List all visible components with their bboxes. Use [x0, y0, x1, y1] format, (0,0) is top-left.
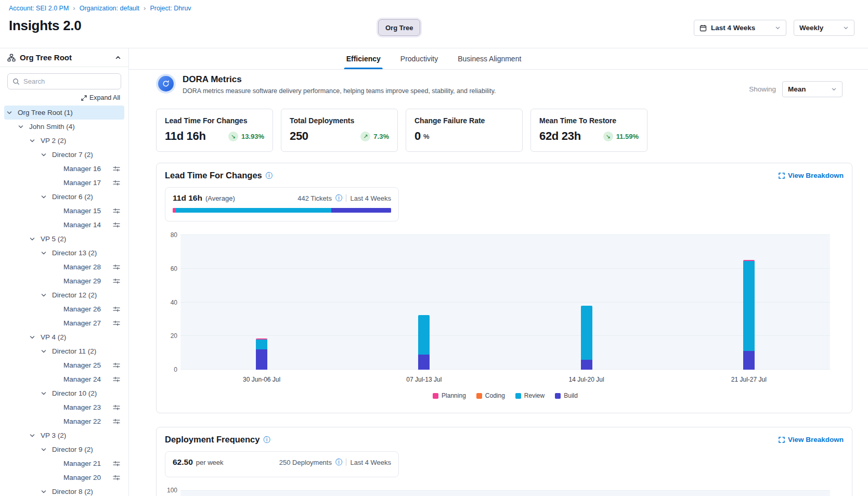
- tree-item-org-tree-root-1[interactable]: Org Tree Root (1): [4, 106, 124, 120]
- bar-segment-build: [743, 351, 755, 370]
- org-tree[interactable]: Org Tree Root (1)John Smith (4)VP 2 (2)D…: [0, 105, 128, 496]
- chevron-down-icon[interactable]: [29, 138, 41, 144]
- legend-item-build[interactable]: Build: [555, 392, 578, 399]
- chevron-down-icon[interactable]: [41, 390, 52, 397]
- metric-cards: Lead Time For Changes11d 16h↘13.93%Total…: [156, 109, 647, 152]
- metric-delta: ↘13.93%: [228, 132, 264, 141]
- tree-item-manager-21[interactable]: Manager 21: [4, 456, 124, 471]
- tree-item-manager-27[interactable]: Manager 27: [4, 316, 124, 330]
- y-axis-tick-label: 80: [165, 231, 177, 239]
- tree-item-john-smith-4[interactable]: John Smith (4): [4, 120, 124, 134]
- breadcrumb-item-organization[interactable]: Organization: default: [80, 5, 139, 12]
- chevron-down-icon[interactable]: [41, 292, 52, 298]
- tree-item-manager-28[interactable]: Manager 28: [4, 260, 124, 274]
- chevron-down-icon[interactable]: [6, 110, 18, 116]
- expand-all-button[interactable]: Expand All: [0, 90, 128, 105]
- lead-time-view-breakdown-link[interactable]: View Breakdown: [779, 172, 844, 179]
- chevron-down-icon[interactable]: [41, 447, 52, 453]
- tree-item-label: Director 11 (2): [52, 347, 96, 355]
- tree-item-vp-3-2[interactable]: VP 3 (2): [4, 428, 124, 442]
- tree-item-vp-4-2[interactable]: VP 4 (2): [4, 330, 124, 344]
- tree-item-director-7-2[interactable]: Director 7 (2): [4, 148, 124, 162]
- metric-value: 62d 23h: [539, 129, 581, 143]
- info-icon[interactable]: ⓘ: [263, 435, 270, 445]
- filter-sliders-icon[interactable]: [113, 460, 120, 467]
- search-input[interactable]: [23, 77, 116, 85]
- tree-item-label: VP 3 (2): [41, 432, 66, 439]
- chevron-down-icon[interactable]: [29, 236, 41, 242]
- tree-item-director-6-2[interactable]: Director 6 (2): [4, 190, 124, 204]
- breadcrumb-item-project[interactable]: Project: Dhruv: [150, 5, 191, 12]
- info-icon[interactable]: ⓘ: [266, 171, 273, 180]
- filter-sliders-icon[interactable]: [113, 362, 120, 369]
- legend-item-planning[interactable]: Planning: [433, 392, 466, 399]
- filter-sliders-icon[interactable]: [113, 264, 120, 271]
- legend-item-review[interactable]: Review: [515, 392, 545, 399]
- chevron-down-icon[interactable]: [29, 334, 41, 341]
- chevron-down-icon[interactable]: [29, 433, 41, 439]
- tab-business-alignment[interactable]: Business Alignment: [456, 48, 523, 69]
- chevron-down-icon[interactable]: [41, 489, 52, 495]
- lead-time-panel: Lead Time For Changes ⓘ View Breakdown 1…: [156, 163, 852, 413]
- metric-delta-value: 7.3%: [373, 133, 389, 140]
- tree-item-manager-24[interactable]: Manager 24: [4, 372, 124, 386]
- deployment-view-breakdown-link[interactable]: View Breakdown: [779, 436, 844, 443]
- tree-item-manager-23[interactable]: Manager 23: [4, 400, 124, 414]
- tree-item-manager-25[interactable]: Manager 25: [4, 358, 124, 372]
- metric-card-title: Total Deployments: [290, 116, 389, 125]
- tree-item-manager-22[interactable]: Manager 22: [4, 414, 124, 428]
- showing-select[interactable]: Mean: [782, 81, 843, 97]
- legend-swatch: [433, 393, 438, 399]
- tree-item-director-10-2[interactable]: Director 10 (2): [4, 386, 124, 400]
- tree-item-manager-15[interactable]: Manager 15: [4, 204, 124, 218]
- filter-sliders-icon[interactable]: [113, 474, 120, 481]
- metric-value: 0: [414, 129, 421, 143]
- summary-bar-segment-build: [331, 208, 391, 213]
- tab-efficiency[interactable]: Efficiency: [344, 48, 383, 69]
- chevron-down-icon[interactable]: [41, 152, 52, 158]
- tree-item-manager-17[interactable]: Manager 17: [4, 176, 124, 190]
- tree-item-manager-29[interactable]: Manager 29: [4, 274, 124, 288]
- metric-card-value-row: 0%: [414, 129, 514, 143]
- date-range-select[interactable]: Last 4 Weeks: [694, 20, 786, 36]
- tree-item-manager-14[interactable]: Manager 14: [4, 218, 124, 232]
- filter-sliders-icon[interactable]: [113, 207, 120, 215]
- tree-item-director-8-2[interactable]: Director 8 (2): [4, 485, 124, 496]
- filter-sliders-icon[interactable]: [113, 306, 120, 313]
- expand-corners-icon: [779, 437, 785, 443]
- tree-item-label: Manager 23: [63, 403, 101, 411]
- filter-sliders-icon[interactable]: [113, 418, 120, 425]
- info-icon[interactable]: ⓘ: [335, 193, 343, 203]
- filter-sliders-icon[interactable]: [113, 278, 120, 285]
- deployment-summary-card: 62.50 per week 250 Deployments ⓘ Last 4 …: [165, 451, 399, 477]
- tree-item-director-13-2[interactable]: Director 13 (2): [4, 246, 124, 260]
- chevron-down-icon[interactable]: [41, 250, 52, 256]
- legend-item-coding[interactable]: Coding: [476, 392, 505, 399]
- filter-sliders-icon[interactable]: [113, 221, 120, 229]
- filter-sliders-icon[interactable]: [113, 165, 120, 173]
- tree-item-vp-5-2[interactable]: VP 5 (2): [4, 232, 124, 246]
- tree-item-director-9-2[interactable]: Director 9 (2): [4, 442, 124, 456]
- chevron-down-icon[interactable]: [41, 194, 52, 200]
- org-tree-button[interactable]: Org Tree: [378, 19, 420, 36]
- granularity-select[interactable]: Weekly: [794, 20, 854, 36]
- breadcrumb-item-account[interactable]: Account: SEI 2.0 PM: [9, 5, 69, 12]
- metric-card-title: Lead Time For Changes: [165, 116, 264, 125]
- filter-sliders-icon[interactable]: [113, 179, 120, 187]
- tab-productivity[interactable]: Productivity: [398, 48, 440, 69]
- filter-sliders-icon[interactable]: [113, 320, 120, 327]
- tree-item-manager-26[interactable]: Manager 26: [4, 302, 124, 316]
- chevron-down-icon[interactable]: [41, 348, 52, 355]
- tree-item-director-12-2[interactable]: Director 12 (2): [4, 288, 124, 302]
- tree-item-manager-20[interactable]: Manager 20: [4, 471, 124, 485]
- filter-sliders-icon[interactable]: [113, 404, 120, 411]
- tree-item-manager-16[interactable]: Manager 16: [4, 162, 124, 176]
- info-icon[interactable]: ⓘ: [335, 458, 343, 467]
- tree-item-director-11-2[interactable]: Director 11 (2): [4, 344, 124, 358]
- chevron-down-icon[interactable]: [18, 124, 29, 130]
- filter-sliders-icon[interactable]: [113, 376, 120, 383]
- tree-item-vp-2-2[interactable]: VP 2 (2): [4, 134, 124, 148]
- metric-value: 11d 16h: [165, 129, 206, 143]
- tree-item-label: Manager 22: [63, 417, 101, 425]
- collapse-chevron-up-icon[interactable]: [115, 55, 121, 61]
